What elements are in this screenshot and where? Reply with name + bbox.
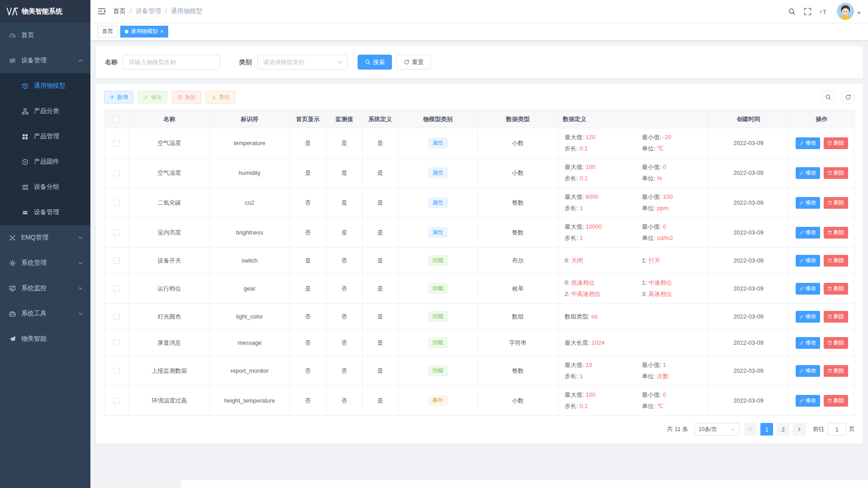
row-edit-button[interactable]: 修改 <box>796 395 820 407</box>
toggle-search-button[interactable] <box>821 90 835 104</box>
sidebar-item-system-management[interactable]: 系统管理 <box>0 250 90 276</box>
refresh-table-button[interactable] <box>841 90 855 104</box>
breadcrumb-item[interactable]: 设备管理 <box>136 7 161 15</box>
sidebar-item-label: 通用物模型 <box>34 82 83 90</box>
definition-label: 最大值: <box>565 223 584 230</box>
column-header-category: 物模型类别 <box>398 110 478 128</box>
export-button[interactable]: 导出 <box>206 91 235 103</box>
row-checkbox[interactable] <box>113 286 120 292</box>
add-button[interactable]: 新增 <box>104 91 133 103</box>
row-checkbox[interactable] <box>113 140 120 146</box>
font-size-icon[interactable]: TT <box>820 8 829 15</box>
row-edit-button[interactable]: 修改 <box>796 311 820 323</box>
row-edit-button[interactable]: 修改 <box>796 227 820 239</box>
sidebar-item-thing-model[interactable]: 通用物模型 <box>0 73 90 99</box>
fullscreen-icon[interactable] <box>804 8 811 15</box>
row-edit-button[interactable]: 修改 <box>796 167 820 179</box>
definition-label: 步长: <box>565 235 578 241</box>
row-delete-button[interactable]: 删除 <box>824 137 848 149</box>
row-delete-button[interactable]: 删除 <box>824 311 848 323</box>
sidebar-item-system-monitor[interactable]: 系统监控 <box>0 276 90 301</box>
row-checkbox[interactable] <box>113 200 120 206</box>
user-menu[interactable] <box>837 3 861 20</box>
edit-button[interactable]: 修改 <box>138 91 167 103</box>
sidebar-item-product-management[interactable]: 产品管理 <box>0 124 90 149</box>
reset-button[interactable]: 重置 <box>396 55 431 70</box>
row-delete-button[interactable]: 删除 <box>824 365 848 377</box>
row-checkbox[interactable] <box>113 170 120 176</box>
header-search-icon[interactable] <box>788 8 796 15</box>
close-icon[interactable]: × <box>160 28 164 34</box>
name-filter-label: 名称 <box>105 58 118 66</box>
row-delete-button[interactable]: 删除 <box>824 167 848 179</box>
page-size-select[interactable]: 10条/页 <box>694 423 740 436</box>
row-edit-button[interactable]: 修改 <box>796 283 820 295</box>
cell-data-definition: 最大值: 100最小值: 0步长: 0.1单位: % <box>565 163 702 183</box>
definition-label: 最小值: <box>642 164 661 170</box>
category-filter-select[interactable]: 请选择模型类别 <box>257 55 348 70</box>
definition-label: 1: <box>642 257 647 264</box>
tab-active[interactable]: 通用物模型× <box>120 26 168 38</box>
cell-data-definition: 0: 关闭1: 打开 <box>565 257 702 265</box>
next-page-button[interactable] <box>793 423 806 436</box>
sidebar-item-device-manage[interactable]: 设备管理 <box>0 200 90 225</box>
row-delete-button[interactable]: 删除 <box>824 395 848 407</box>
row-delete-button[interactable]: 删除 <box>824 197 848 209</box>
sidebar-item-label: 产品管理 <box>34 132 83 141</box>
row-checkbox[interactable] <box>113 368 120 374</box>
definition-label: 最小值: <box>642 223 661 230</box>
sidebar-item-device-group[interactable]: 设备分组 <box>0 174 90 200</box>
row-edit-button[interactable]: 修改 <box>796 137 820 149</box>
cell-create-time: 2022-03-09 <box>708 274 789 304</box>
row-delete-button[interactable]: 删除 <box>824 255 848 267</box>
goto-page-input[interactable] <box>827 423 846 436</box>
sidebar-item-system-tools[interactable]: 系统工具 <box>0 301 90 326</box>
row-edit-button[interactable]: 修改 <box>796 255 820 267</box>
row-delete-button[interactable]: 删除 <box>824 283 848 295</box>
delete-button[interactable]: 删除 <box>172 91 201 103</box>
search-button[interactable]: 搜索 <box>358 55 392 70</box>
page-button[interactable]: 2 <box>777 423 789 436</box>
table-row: 室内亮度 brightness 否 是 是 属性 整数 最大值: 10000最小… <box>104 218 855 248</box>
name-filter-input[interactable] <box>123 55 220 70</box>
prev-page-button[interactable] <box>744 423 757 436</box>
table-row: 屏显消息 message 否 否 是 功能 字符串 最大长度: 1024 202… <box>104 330 855 356</box>
definition-label: 最大值: <box>565 164 584 170</box>
select-all-checkbox[interactable] <box>113 116 120 122</box>
row-delete-button[interactable]: 删除 <box>824 337 848 349</box>
cell-name: 二氧化碳 <box>129 188 210 218</box>
category-badge: 属性 <box>429 138 448 148</box>
row-checkbox[interactable] <box>113 340 120 346</box>
cell-system-defined: 是 <box>363 356 398 386</box>
sidebar-item-home[interactable]: 首页 <box>0 23 90 48</box>
sidebar-toggle-icon[interactable] <box>98 7 106 15</box>
sidebar-item-label: 系统管理 <box>21 259 78 267</box>
row-edit-button[interactable]: 修改 <box>796 197 820 209</box>
cell-identifier: message <box>210 330 290 356</box>
definition-value: 10 <box>585 361 592 368</box>
sidebar-item-emq-management[interactable]: EMQ管理 <box>0 225 90 250</box>
caret-down-icon[interactable] <box>857 11 861 15</box>
row-checkbox[interactable] <box>113 398 120 404</box>
sidebar-item-product-category[interactable]: 产品分类 <box>0 99 90 124</box>
row-checkbox[interactable] <box>113 258 120 264</box>
svg-text:T: T <box>823 8 826 15</box>
row-checkbox[interactable] <box>113 230 120 236</box>
page-button[interactable]: 1 <box>760 423 773 436</box>
cube-icon <box>22 83 28 89</box>
definition-label: 步长: <box>565 373 578 380</box>
sidebar-item-device-management[interactable]: 设备管理 <box>0 48 90 73</box>
tab-item[interactable]: 首页 <box>98 26 118 38</box>
row-edit-button[interactable]: 修改 <box>796 337 820 349</box>
avatar[interactable] <box>837 3 854 20</box>
row-edit-button[interactable]: 修改 <box>796 365 820 377</box>
row-delete-button[interactable]: 删除 <box>824 227 848 239</box>
tab-label: 首页 <box>102 28 113 35</box>
edit-button-label: 修改 <box>151 94 162 101</box>
sidebar-item-product-firmware[interactable]: 产品固件 <box>0 149 90 174</box>
row-checkbox[interactable] <box>113 314 120 320</box>
sidebar-item-wumei-smart[interactable]: 物美智能 <box>0 326 90 352</box>
chevron-down-icon <box>78 235 83 240</box>
breadcrumb-item[interactable]: 首页 <box>113 7 126 15</box>
grid-icon <box>22 133 28 140</box>
